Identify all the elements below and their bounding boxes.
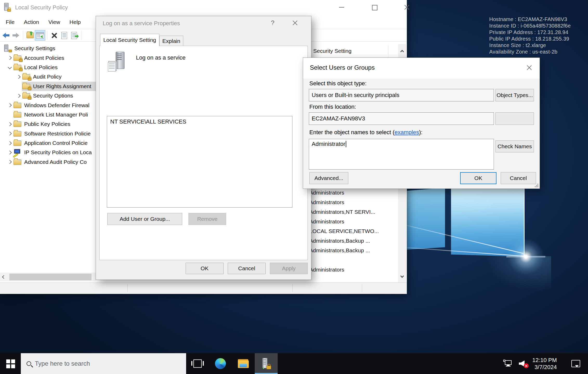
folder-icon: [14, 130, 22, 137]
object-type-field[interactable]: Users or Built-in security principals: [309, 89, 494, 101]
help-button[interactable]: ?: [267, 19, 278, 28]
tree-item-security-settings[interactable]: Security Settings: [0, 44, 96, 53]
advanced-button[interactable]: Advanced...: [309, 172, 348, 184]
up-one-level-button[interactable]: [25, 30, 35, 40]
tree-item-public-key-policies[interactable]: Public Key Policies: [0, 119, 96, 129]
export-list-button[interactable]: [69, 30, 79, 40]
action-center-icon[interactable]: [571, 360, 580, 367]
close-icon[interactable]: [291, 19, 299, 27]
location-field[interactable]: EC2AMAZ-FAN98V3: [309, 112, 494, 125]
tree-item-software-restriction[interactable]: Software Restriction Policie: [0, 129, 96, 138]
delete-button[interactable]: [49, 30, 59, 40]
clock-date: 3/7/2024: [532, 364, 557, 371]
network-icon[interactable]: [504, 360, 512, 367]
system-tray: 12:10 PM 3/7/2024: [504, 353, 588, 374]
tree-item-label: Security Options: [33, 93, 73, 99]
tree-item-advanced-audit-policy[interactable]: Advanced Audit Policy Co: [0, 157, 96, 167]
tree-item-label: Audit Policy: [33, 74, 62, 80]
locations-button[interactable]: [495, 112, 534, 125]
tree-horizontal-scrollbar[interactable]: [0, 273, 96, 281]
tree-item-application-control[interactable]: Application Control Policie: [0, 138, 96, 148]
table-row[interactable]: Administrators: [309, 197, 396, 207]
cancel-button[interactable]: Cancel: [228, 263, 266, 274]
chevron-right-icon[interactable]: [8, 132, 12, 136]
scroll-left-icon[interactable]: [2, 275, 6, 279]
members-listbox[interactable]: NT SERVICE\ALL SERVICES: [107, 116, 292, 208]
minimize-button[interactable]: [338, 4, 345, 11]
chevron-right-icon[interactable]: [8, 56, 12, 60]
table-row[interactable]: LOCAL SERVICE,NETWO...: [309, 226, 396, 236]
menu-file[interactable]: File: [6, 19, 15, 25]
taskbar-clock[interactable]: 12:10 PM 3/7/2024: [532, 357, 557, 371]
chevron-right-icon[interactable]: [16, 75, 21, 79]
start-button[interactable]: [0, 353, 21, 374]
table-row[interactable]: Administrators: [309, 217, 396, 226]
show-console-tree-button[interactable]: [35, 30, 45, 40]
column-divider[interactable]: [388, 45, 388, 58]
chevron-right-icon[interactable]: [8, 141, 12, 145]
edge-button[interactable]: [209, 353, 232, 374]
tab-explain[interactable]: Explain: [159, 36, 183, 46]
ok-button[interactable]: OK: [186, 263, 224, 274]
taskbar-search[interactable]: [21, 353, 186, 374]
file-explorer-button[interactable]: [232, 353, 255, 374]
chevron-right-icon[interactable]: [16, 94, 21, 98]
check-names-button[interactable]: Check Names: [495, 140, 534, 152]
forward-button[interactable]: [11, 30, 21, 40]
chevron-right-icon[interactable]: [8, 160, 12, 164]
examples-link[interactable]: examples: [395, 129, 419, 136]
ok-button[interactable]: OK: [460, 172, 496, 184]
column-security-setting[interactable]: Security Setting: [313, 48, 351, 54]
properties-button[interactable]: [59, 30, 69, 40]
table-row[interactable]: Administrators,Backup ...: [309, 246, 396, 255]
tree-item-user-rights-assignment[interactable]: User Rights Assignment: [0, 82, 96, 91]
menu-view[interactable]: View: [48, 19, 60, 25]
dialog-title: Log on as a service Properties: [103, 20, 180, 27]
resize-grip[interactable]: [535, 184, 538, 187]
tree-item-label: Network List Manager Poli: [24, 112, 88, 118]
scrollbar-thumb[interactable]: [9, 274, 92, 280]
window-title: Local Security Policy: [15, 4, 68, 11]
add-user-or-group-button[interactable]: Add User or Group...: [107, 213, 182, 225]
tree-item-security-options[interactable]: Security Options: [0, 91, 96, 100]
table-row[interactable]: Administrators: [309, 188, 396, 197]
tree-item-audit-policy[interactable]: Audit Policy: [0, 72, 96, 81]
scroll-down-button[interactable]: [398, 271, 406, 282]
table-row[interactable]: [309, 255, 396, 265]
table-row[interactable]: Administrators,NT SERVI...: [309, 207, 396, 217]
chevron-right-icon[interactable]: [8, 151, 12, 155]
object-types-button[interactable]: Object Types...: [495, 89, 534, 101]
tree-item-windows-defender-firewall[interactable]: Windows Defender Firewal: [0, 100, 96, 110]
dialog-title-bar[interactable]: Select Users or Groups: [303, 58, 540, 79]
tree-item-label: IP Security Policies on Loca: [24, 149, 92, 156]
scroll-up-button[interactable]: [398, 44, 406, 58]
chevron-down-icon[interactable]: [8, 65, 12, 69]
policy-folder-icon: [22, 83, 31, 90]
tree-item-network-list-manager[interactable]: Network List Manager Poli: [0, 110, 96, 119]
menu-action[interactable]: Action: [24, 19, 39, 25]
tab-local-security-setting[interactable]: Local Security Setting: [100, 34, 159, 46]
local-security-policy-taskbar-button[interactable]: [255, 353, 278, 374]
wallpaper-window-pane-left: [405, 188, 445, 250]
search-input[interactable]: [35, 360, 170, 367]
mmc-title-bar[interactable]: Local Security Policy: [0, 0, 407, 15]
table-row[interactable]: Administrators: [309, 265, 396, 274]
tree-item-ip-security-policies[interactable]: IP Security Policies on Loca: [0, 148, 96, 157]
maximize-button[interactable]: [371, 4, 378, 11]
tree-item-account-policies[interactable]: Account Policies: [0, 53, 96, 62]
tree-item-local-policies[interactable]: Local Policies: [0, 63, 96, 72]
back-button[interactable]: [1, 30, 11, 40]
task-view-button[interactable]: [186, 353, 209, 374]
close-button[interactable]: [403, 4, 410, 11]
volume-muted-icon[interactable]: [519, 360, 528, 367]
cancel-button[interactable]: Cancel: [501, 172, 536, 184]
member-item[interactable]: NT SERVICE\ALL SERVICES: [110, 118, 186, 125]
clock-time: 12:10 PM: [532, 357, 557, 364]
ipsec-icon: [14, 149, 22, 156]
object-names-input[interactable]: Administrator: [309, 139, 494, 170]
table-row[interactable]: Administrators,Backup ...: [309, 236, 396, 246]
menu-help[interactable]: Help: [69, 19, 81, 25]
chevron-right-icon[interactable]: [8, 122, 12, 126]
close-icon[interactable]: [526, 64, 533, 71]
chevron-right-icon[interactable]: [8, 103, 12, 107]
